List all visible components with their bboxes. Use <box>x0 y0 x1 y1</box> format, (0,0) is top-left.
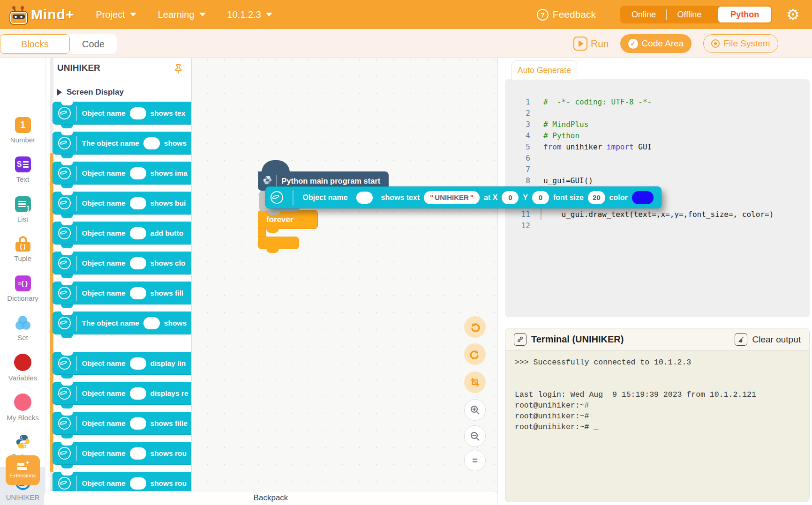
chevron-down-icon <box>199 13 206 16</box>
redo-button[interactable] <box>464 343 486 365</box>
menu-device-ip[interactable]: 10.1.2.3 <box>227 9 272 20</box>
palette-block[interactable]: Object nameshows tex <box>53 102 192 125</box>
screenshot-button[interactable] <box>464 371 486 393</box>
palette-block[interactable]: The object nameshows <box>53 132 192 155</box>
tab-code[interactable]: Code <box>70 34 117 54</box>
extensions-button[interactable]: + Extensions <box>6 455 40 485</box>
sidebar-item-label: Set <box>17 334 28 342</box>
palette-block[interactable]: Object nameadd butto <box>53 222 192 245</box>
zoom-in-button[interactable] <box>464 399 486 421</box>
mode-online[interactable]: Online <box>621 10 666 20</box>
sidebar-item-list[interactable]: ]List <box>0 190 45 229</box>
color-swatch[interactable] <box>632 191 654 204</box>
clear-output-button[interactable]: Clear output <box>735 333 801 346</box>
run-button[interactable]: Run <box>573 37 609 51</box>
zoom-out-button[interactable] <box>464 425 486 447</box>
mode-python[interactable]: Python <box>718 7 771 22</box>
workspace-canvas[interactable] <box>192 58 498 505</box>
chevron-down-icon <box>130 13 136 16</box>
object-name-slot[interactable] <box>130 357 146 370</box>
tab-auto-generate[interactable]: Auto Generate <box>511 60 577 80</box>
object-name-slot[interactable] <box>130 107 146 119</box>
extensions-icon: + <box>17 463 29 470</box>
code-line: 6 <box>505 152 810 163</box>
terminal-panel: Terminal (UNIHIKER) Clear output >>> Suc… <box>505 328 810 502</box>
menu-project[interactable]: Project <box>96 9 136 20</box>
backpack-bar[interactable]: Backpack <box>44 491 498 505</box>
sidebar-item-dictionary[interactable]: ≡{ }Dictionary <box>0 269 45 308</box>
sidebar-item-set[interactable]: Set <box>0 309 45 348</box>
terminal-lines: >>> Successfully connected to 10.1.2.3La… <box>515 358 800 433</box>
code-line: 2 <box>505 107 810 119</box>
block-text: shows <box>164 319 187 327</box>
feedback-button[interactable]: ? Feedback <box>537 9 596 21</box>
object-name-slot[interactable] <box>130 197 146 209</box>
palette-block[interactable]: Object nameshows fill <box>53 282 192 304</box>
unihiker-block-icon <box>58 197 71 209</box>
toolbar: Blocks Code Run ✓ Code Area File System <box>0 29 812 58</box>
radio-circle-icon <box>711 39 720 48</box>
palette-block[interactable]: Object namedisplays re <box>53 382 192 405</box>
terminal-line <box>515 369 800 379</box>
object-name-slot[interactable] <box>130 287 146 299</box>
object-name-slot[interactable] <box>130 227 146 239</box>
reset-zoom-button[interactable]: = <box>464 450 486 471</box>
sidebar-item-tuple[interactable]: ( )Tuple <box>0 230 45 269</box>
palette-block[interactable]: Object nameshows rou <box>53 442 192 465</box>
object-name-slot[interactable] <box>130 417 146 430</box>
palette-block[interactable]: The object nameshows <box>53 312 192 334</box>
object-name-slot[interactable] <box>130 447 146 460</box>
terminal-title: Terminal (UNIHIKER) <box>531 334 624 345</box>
object-name-slot[interactable] <box>130 477 146 490</box>
mode-offline[interactable]: Offline <box>667 10 712 20</box>
forever-block[interactable]: forever <box>258 210 318 229</box>
object-name-slot[interactable] <box>143 317 160 329</box>
block-text: shows fille <box>150 419 188 428</box>
menu-learning[interactable]: Learning <box>158 9 206 20</box>
palette-block[interactable]: Object nameshows clo <box>53 252 192 275</box>
block-text: Object name <box>82 359 126 368</box>
palette-block[interactable]: Object nameshows bui <box>53 192 192 215</box>
object-name-slot[interactable] <box>356 192 373 204</box>
palette-block[interactable]: Object nameshows fille <box>53 412 192 435</box>
sidebar-item-variables[interactable]: Variables <box>0 348 45 387</box>
mindplus-logo[interactable]: Mind+ <box>9 5 75 24</box>
palette-block[interactable]: Object nameshows ima <box>53 162 192 185</box>
forever-arm <box>258 228 266 238</box>
file-system-button[interactable]: File System <box>703 34 778 53</box>
unihiker-block-icon <box>58 107 71 119</box>
sidebar-item-my-blocks[interactable]: My Blocks <box>0 388 45 427</box>
check-icon: ✓ <box>628 39 638 49</box>
mode-switcher: Online Offline Python <box>620 6 772 23</box>
sidebar-item-text[interactable]: SText <box>0 150 45 190</box>
tab-blocks[interactable]: Blocks <box>0 34 70 54</box>
object-name-slot[interactable] <box>143 137 160 149</box>
pin-icon[interactable] <box>173 63 184 76</box>
x-value-input[interactable]: 0 <box>502 191 519 204</box>
gear-icon[interactable]: ⚙ <box>786 7 800 22</box>
divider <box>76 166 77 181</box>
top-header: Mind+ Project Learning 10.1.2.3 ? Feedba… <box>0 0 812 29</box>
block-text: The object name <box>82 139 139 148</box>
link-icon <box>514 333 526 346</box>
forever-bottom[interactable] <box>258 237 299 249</box>
font-size-input[interactable]: 20 <box>588 191 605 204</box>
code-area-button[interactable]: ✓ Code Area <box>620 34 692 53</box>
object-name-slot[interactable] <box>130 257 146 269</box>
dragged-show-text-block[interactable]: Object name shows text "UNIHIKER" at X 0… <box>265 186 662 208</box>
block-text: displays re <box>150 389 188 398</box>
terminal-output[interactable]: >>> Successfully connected to 10.1.2.3La… <box>505 351 809 440</box>
object-name-slot[interactable] <box>130 387 146 400</box>
line-number: 5 <box>505 142 530 151</box>
object-name-slot[interactable] <box>130 167 146 179</box>
undo-button[interactable] <box>464 316 486 338</box>
palette-block[interactable]: Object namedisplay lin <box>53 352 192 375</box>
block-text: shows rou <box>150 479 187 488</box>
robot-logo-icon <box>9 8 29 24</box>
text-value-input[interactable]: "UNIHIKER" <box>424 191 480 204</box>
code-line: 1# -*- coding: UTF-8 -*- <box>505 96 810 107</box>
section-screen-display[interactable]: Screen Display <box>57 88 124 97</box>
y-value-input[interactable]: 0 <box>532 191 549 204</box>
sidebar-item-number[interactable]: 1Number <box>0 111 45 150</box>
divider <box>293 190 293 205</box>
